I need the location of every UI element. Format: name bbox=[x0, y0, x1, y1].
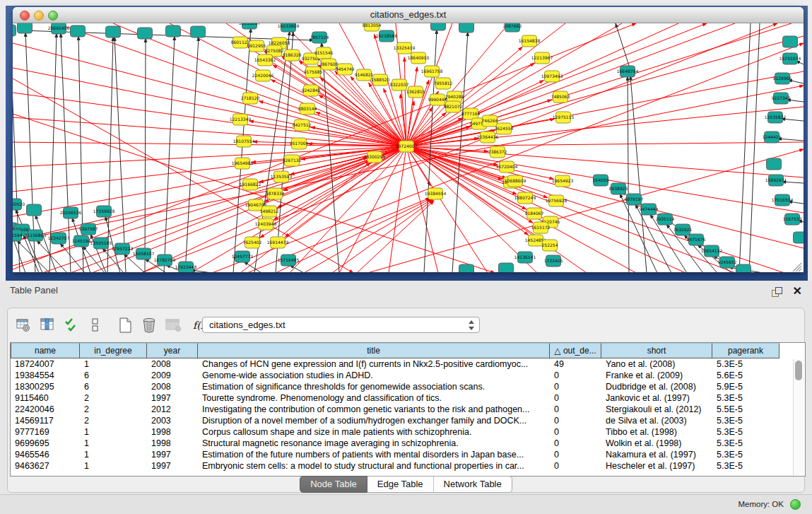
graph-node[interactable] bbox=[71, 25, 86, 37]
graph-node-label: 12342757 bbox=[48, 235, 70, 240]
graph-node-label: 18107554 bbox=[233, 139, 255, 144]
column-header[interactable]: name bbox=[11, 343, 80, 358]
table-cell: Embryonic stem cells: a model to study s… bbox=[198, 460, 550, 472]
import-table-icon bbox=[165, 317, 182, 333]
column-settings-button[interactable] bbox=[13, 315, 33, 335]
table-row[interactable]: 1456911722003Disruption of a novel membe… bbox=[11, 415, 805, 426]
table-cell: 9463627 bbox=[11, 460, 80, 472]
new-table-button[interactable] bbox=[115, 315, 135, 335]
graph-node-label: 19384554 bbox=[425, 191, 447, 196]
graph-node-label: 8912955 bbox=[247, 43, 266, 48]
graph-node[interactable] bbox=[431, 23, 446, 30]
scrollbar-thumb[interactable] bbox=[795, 361, 802, 380]
graph-node-label: 9517004 bbox=[290, 141, 309, 146]
graph-node-label: 8322037 bbox=[390, 82, 409, 87]
graph-node-label: 19218586 bbox=[376, 33, 398, 38]
combo-stepper-icon bbox=[468, 320, 474, 331]
table-cell: 5.3E-5 bbox=[712, 460, 779, 472]
graph-node[interactable] bbox=[18, 23, 33, 33]
float-panel-icon[interactable] bbox=[772, 287, 782, 298]
table-cell: Nakamura et al. (1997) bbox=[601, 449, 712, 460]
graph-node-label: 17016504 bbox=[772, 197, 794, 202]
table-cell: 1998 bbox=[147, 438, 198, 449]
select-column-button[interactable] bbox=[37, 315, 57, 335]
table-row[interactable]: 911546021997Tourette syndrome. Phenomeno… bbox=[11, 392, 805, 404]
column-header[interactable]: year bbox=[147, 343, 198, 358]
graph-node[interactable] bbox=[138, 28, 153, 39]
graph-node-label: 10973493 bbox=[541, 74, 563, 78]
graph-node-label: 22420046 bbox=[252, 73, 274, 78]
graph-node-label: 16154838 bbox=[519, 38, 541, 43]
import-table-button[interactable] bbox=[163, 315, 183, 335]
graph-node[interactable] bbox=[459, 23, 474, 33]
graph-node[interactable] bbox=[767, 158, 782, 170]
network-desktop: citations_edges.txt 18724007183002951938… bbox=[6, 6, 808, 281]
network-window-titlebar[interactable]: citations_edges.txt bbox=[13, 7, 804, 23]
graph-node-label: 5878334 bbox=[266, 191, 285, 196]
node-table[interactable]: namein_degreeyeartitle△ out_de...shortpa… bbox=[10, 342, 806, 477]
graph-node-label: 3267130 bbox=[283, 158, 302, 163]
graph-node-label: 2803144 bbox=[298, 106, 317, 111]
graph-node[interactable] bbox=[166, 25, 181, 37]
column-header[interactable]: pagerank bbox=[712, 343, 779, 358]
graph-node[interactable] bbox=[106, 26, 121, 37]
table-row[interactable]: 969969511998Structural magnetic resonanc… bbox=[11, 438, 805, 449]
graph-node-label: 16782759 bbox=[154, 257, 176, 262]
column-header[interactable]: short bbox=[601, 343, 712, 358]
graph-node[interactable] bbox=[191, 26, 206, 37]
clear-selection-button[interactable] bbox=[86, 315, 105, 335]
column-header[interactable]: △ out_de... bbox=[550, 343, 601, 358]
network-window[interactable]: citations_edges.txt 18724007183002951938… bbox=[13, 7, 804, 272]
tab-network-table[interactable]: Network Table bbox=[434, 476, 512, 493]
table-panel: Table Panel ✕ bbox=[0, 281, 812, 495]
table-row[interactable]: 2242004622012Investigating the contribut… bbox=[11, 404, 805, 415]
column-settings-icon bbox=[16, 317, 31, 333]
graph-node-label: 1498212 bbox=[260, 209, 279, 214]
network-canvas[interactable]: 1872400718300295193845548601123891295518… bbox=[13, 23, 804, 272]
table-cell: 0 bbox=[550, 438, 601, 449]
table-vertical-scrollbar[interactable] bbox=[793, 359, 804, 475]
table-row[interactable]: 1830029562008Estimation of significance … bbox=[11, 381, 805, 392]
column-header[interactable]: in_degree bbox=[80, 343, 147, 358]
table-cell: Yano et al. (2008) bbox=[601, 358, 712, 370]
graph-node[interactable] bbox=[499, 263, 514, 272]
table-row[interactable]: 946554611997Estimation of the future num… bbox=[11, 449, 805, 460]
graph-node[interactable] bbox=[736, 264, 751, 272]
table-cell: 1998 bbox=[147, 426, 198, 438]
graph-nodes[interactable]: 1872400718300295193845548601123891295518… bbox=[13, 23, 804, 272]
table-type-tabs: Node TableEdge TableNetwork Table bbox=[8, 476, 804, 493]
table-row[interactable]: 1938455462009Genome-wide association stu… bbox=[11, 370, 805, 381]
table-cell: 5.9E-5 bbox=[712, 381, 779, 392]
graph-node-label: 11156863 bbox=[25, 233, 47, 238]
close-panel-icon[interactable]: ✕ bbox=[793, 284, 802, 298]
table-row[interactable]: 1872400712008Changes of HCN gene express… bbox=[11, 358, 805, 370]
table-cell: 5.6E-5 bbox=[712, 370, 779, 381]
table-cell: 5.3E-5 bbox=[712, 449, 779, 460]
table-cell: Changes of HCN gene expression and I(f) … bbox=[198, 358, 550, 370]
select-all-button[interactable] bbox=[61, 315, 81, 335]
tab-node-table[interactable]: Node Table bbox=[300, 476, 367, 493]
table-cell: 5.3E-5 bbox=[712, 392, 779, 404]
table-cell: Estimation of the future numbers of pati… bbox=[198, 449, 550, 460]
table-row[interactable]: 946362711997Embryonic stem cells: a mode… bbox=[11, 460, 805, 472]
graph-node[interactable] bbox=[783, 36, 798, 47]
resize-grip-icon[interactable] bbox=[793, 263, 801, 271]
column-header[interactable]: title bbox=[198, 343, 550, 358]
graph-node[interactable] bbox=[27, 204, 42, 216]
table-row[interactable]: 977716911998Corpus callosum shape and si… bbox=[11, 426, 805, 438]
graph-node-label: 8427512 bbox=[293, 122, 312, 127]
graph-node-label: 15716485 bbox=[278, 257, 300, 262]
graph-node[interactable] bbox=[459, 264, 474, 272]
table-cell: 2 bbox=[80, 404, 147, 415]
table-cell: 5.3E-5 bbox=[712, 426, 779, 438]
graph-node[interactable] bbox=[794, 232, 804, 243]
table-cell: 0 bbox=[550, 460, 601, 472]
tab-edge-table[interactable]: Edge Table bbox=[367, 476, 434, 493]
graph-node-label: 1588520 bbox=[371, 77, 390, 82]
table-chooser-select[interactable]: citations_edges.txt bbox=[202, 317, 480, 333]
graph-node[interactable] bbox=[13, 25, 16, 36]
network-svg[interactable]: 1872400718300295193845548601123891295518… bbox=[13, 23, 804, 272]
graph-node-label: 8813054 bbox=[363, 23, 382, 28]
graph-node-label: 20206536 bbox=[60, 210, 82, 215]
delete-table-button[interactable] bbox=[139, 315, 159, 335]
